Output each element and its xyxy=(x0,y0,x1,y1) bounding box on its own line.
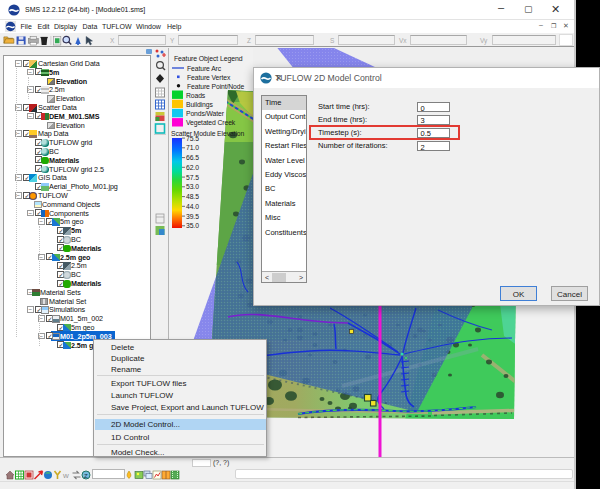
svg-text:66.5: 66.5 xyxy=(186,154,199,161)
svg-text:Scatter Module Elevation: Scatter Module Elevation xyxy=(171,130,244,137)
svg-text:Ponds/Water: Ponds/Water xyxy=(186,110,225,117)
svg-text:62.0: 62.0 xyxy=(186,164,199,171)
svg-text:Buildings: Buildings xyxy=(186,101,213,109)
svg-text:44.0: 44.0 xyxy=(186,203,199,210)
svg-text:71.0: 71.0 xyxy=(186,144,199,151)
svg-text:48.5: 48.5 xyxy=(186,193,199,200)
svg-text:Vegetated Creek: Vegetated Creek xyxy=(186,119,236,127)
svg-text:39.5: 39.5 xyxy=(186,213,199,220)
svg-text:Z: Z xyxy=(84,473,88,479)
svg-text:75.5: 75.5 xyxy=(186,135,199,142)
svg-text:Feature Object Legend: Feature Object Legend xyxy=(174,55,243,63)
svg-text:w: w xyxy=(62,471,69,480)
svg-text:Feature Arc: Feature Arc xyxy=(187,65,222,72)
svg-text:57.5: 57.5 xyxy=(186,174,199,181)
svg-text:53.0: 53.0 xyxy=(186,183,199,190)
svg-text:Feature Point/Node: Feature Point/Node xyxy=(187,83,244,90)
svg-text:Roads: Roads xyxy=(186,92,206,99)
svg-text:Feature Vertex: Feature Vertex xyxy=(187,74,231,81)
svg-text:35.0: 35.0 xyxy=(186,222,199,229)
